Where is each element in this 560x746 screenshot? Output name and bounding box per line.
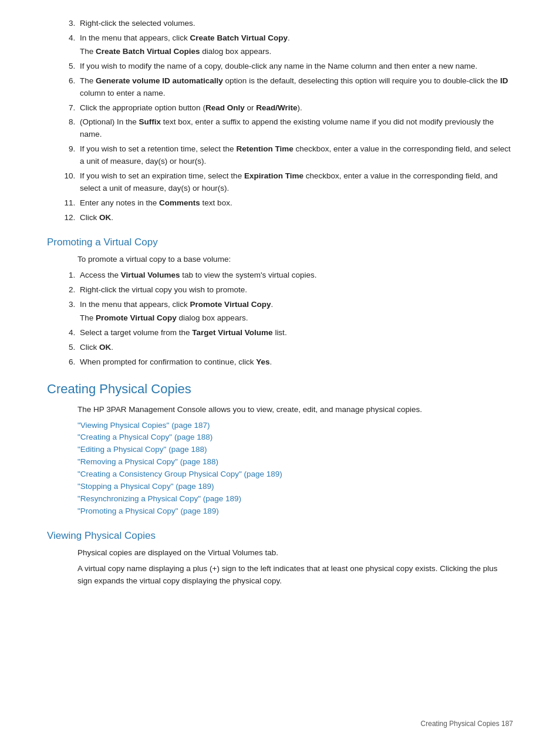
link-promoting-physical-copy[interactable]: "Promoting a Physical Copy" (page 189) [77,505,513,518]
link-editing-physical-copy[interactable]: "Editing a Physical Copy" (page 188) [77,444,513,456]
viewing-physical-copies-para1: Physical copies are displayed on the Vir… [77,547,513,559]
link-viewing-physical-anchor[interactable]: "Viewing Physical Copies" (page 187) [77,421,210,430]
read-only-bold: Read Only [205,103,245,112]
id-bold: ID [500,76,508,85]
promote-step-4-text: Select a target volume from the Target V… [80,328,287,337]
viewing-physical-copies-para2: A virtual copy name displaying a plus (+… [77,563,513,588]
list-item-4-text: In the menu that appears, click Create B… [80,33,290,42]
promote-virtual-copy-dialog-bold: Promote Virtual Copy [96,313,177,322]
promote-step-6-text: When prompted for confirmation to contin… [80,357,272,366]
list-item-8-text: (Optional) In the Suffix text box, enter… [80,117,494,139]
page-footer: Creating Physical Copies 187 [0,718,560,730]
link-creating-physical-copy[interactable]: "Creating a Physical Copy" (page 188) [77,431,513,444]
footer-text: Creating Physical Copies 187 [421,718,513,730]
read-write-bold: Read/Write [256,103,297,112]
promote-step-3-note: The Promote Virtual Copy dialog box appe… [80,312,513,325]
promote-virtual-copy-bold: Promote Virtual Copy [190,300,271,309]
list-item-8: (Optional) In the Suffix text box, enter… [77,116,513,141]
list-item-12-text: Click OK. [80,213,113,222]
list-item-6-text: The Generate volume ID automatically opt… [80,76,508,97]
list-item-4-note: The Create Batch Virtual Copies dialog b… [80,46,513,58]
comments-bold: Comments [159,198,200,207]
list-item-7: Click the appropriate option button (Rea… [77,102,513,114]
create-batch-virtual-copies-bold: Create Batch Virtual Copies [96,47,200,56]
link-creating-physical-copy-anchor[interactable]: "Creating a Physical Copy" (page 188) [77,433,212,441]
list-item-10: If you wish to set an expiration time, s… [77,170,513,195]
promote-step-3: In the menu that appears, click Promote … [77,299,513,325]
generate-volume-id-bold: Generate volume ID automatically [96,76,223,85]
list-item-6: The Generate volume ID automatically opt… [77,75,513,100]
expiration-time-bold: Expiration Time [244,171,303,180]
promote-step-3-text: In the menu that appears, click Promote … [80,300,273,309]
creating-physical-copies-heading: Creating Physical Copies [47,379,513,399]
promote-step-1-text: Access the Virtual Volumes tab to view t… [80,271,317,279]
list-item-5-text: If you wish to modify the name of a copy… [80,62,477,70]
link-resynchronizing-physical-copy-anchor[interactable]: "Resynchronizing a Physical Copy" (page … [77,494,241,503]
list-item-3: Right-click the selected volumes. [77,18,513,30]
creating-physical-copies-links: "Viewing Physical Copies" (page 187) "Cr… [77,420,513,518]
promote-step-4: Select a target volume from the Target V… [77,327,513,339]
list-item-9-text: If you wish to set a retention time, sel… [80,144,511,166]
promote-step-1: Access the Virtual Volumes tab to view t… [77,269,513,282]
list-item-7-text: Click the appropriate option button (Rea… [80,103,302,112]
creating-physical-copies-intro: The HP 3PAR Management Console allows yo… [77,404,513,416]
list-item-11-text: Enter any notes in the Comments text box… [80,198,232,207]
link-viewing-physical[interactable]: "Viewing Physical Copies" (page 187) [77,420,513,432]
promote-step-2-text: Right-click the virtual copy you wish to… [80,285,247,294]
link-removing-physical-copy[interactable]: "Removing a Physical Copy" (page 188) [77,456,513,468]
promote-step-2: Right-click the virtual copy you wish to… [77,284,513,296]
promote-step-5: Click OK. [77,342,513,354]
virtual-volumes-bold: Virtual Volumes [121,271,180,279]
ok-bold-2: OK [99,343,111,352]
link-promoting-physical-copy-anchor[interactable]: "Promoting a Physical Copy" (page 189) [77,507,219,515]
link-editing-physical-copy-anchor[interactable]: "Editing a Physical Copy" (page 188) [77,445,207,454]
list-item-11: Enter any notes in the Comments text box… [77,197,513,210]
promoting-intro: To promote a virtual copy to a base volu… [77,254,513,266]
link-resynchronizing-physical-copy[interactable]: "Resynchronizing a Physical Copy" (page … [77,493,513,505]
link-stopping-physical-copy[interactable]: "Stopping a Physical Copy" (page 189) [77,481,513,493]
target-virtual-volume-bold: Target Virtual Volume [192,328,272,337]
list-item-9: If you wish to set a retention time, sel… [77,143,513,168]
ok-bold-1: OK [99,213,111,222]
list-item-5: If you wish to modify the name of a copy… [77,60,513,73]
list-item-12: Click OK. [77,212,513,224]
link-stopping-physical-copy-anchor[interactable]: "Stopping a Physical Copy" (page 189) [77,482,214,491]
promoting-heading: Promoting a Virtual Copy [47,235,513,250]
list-item-3-text: Right-click the selected volumes. [80,19,195,28]
viewing-physical-copies-heading: Viewing Physical Copies [47,528,513,544]
link-creating-consistency-group-anchor[interactable]: "Creating a Consistency Group Physical C… [77,470,282,478]
list-item-4: In the menu that appears, click Create B… [77,32,513,58]
link-creating-consistency-group[interactable]: "Creating a Consistency Group Physical C… [77,468,513,481]
suffix-bold: Suffix [139,117,161,126]
yes-bold: Yes [256,357,269,366]
promote-step-6: When prompted for confirmation to contin… [77,356,513,369]
list-item-10-text: If you wish to set an expiration time, s… [80,171,498,193]
promote-step-5-text: Click OK. [80,343,113,352]
list-item-4-bold: Create Batch Virtual Copy [190,33,288,42]
link-removing-physical-copy-anchor[interactable]: "Removing a Physical Copy" (page 188) [77,457,218,466]
retention-time-bold: Retention Time [236,144,293,153]
